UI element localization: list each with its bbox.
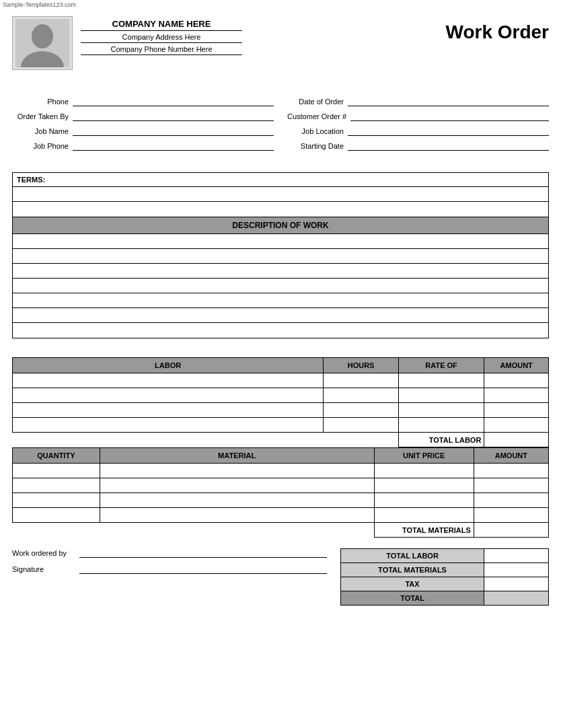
description-header: DESCRIPTION OF WORK xyxy=(12,217,549,234)
signature-input[interactable] xyxy=(79,565,327,574)
mat-qty-4[interactable] xyxy=(13,508,100,523)
watermark-text: Sample-Templates123.com xyxy=(0,0,561,9)
mat-col-unit: UNIT PRICE xyxy=(374,448,474,464)
labor-table: LABOR HOURS RATE OF AMOUNT xyxy=(12,357,549,447)
desc-row-2[interactable] xyxy=(13,249,548,264)
summary-section: Work ordered by Signature TOTAL LABOR TO… xyxy=(12,548,549,606)
work-order-title: Work Order xyxy=(445,16,549,43)
header-section: COMPANY NAME HERE Company Address Here C… xyxy=(12,9,549,77)
mat-amount-1[interactable] xyxy=(474,464,548,478)
date-of-order-input[interactable] xyxy=(348,97,549,106)
company-phone: Company Phone Number Here xyxy=(81,43,242,55)
form-left: Phone Order Taken By Job Name Job Phone xyxy=(12,97,274,156)
mat-qty-1[interactable] xyxy=(13,464,100,478)
date-of-order-row: Date of Order xyxy=(287,97,549,106)
labor-row-4[interactable] xyxy=(13,418,549,433)
date-of-order-label: Date of Order xyxy=(287,98,348,106)
mat-total-value[interactable] xyxy=(474,523,548,538)
mat-row-3[interactable] xyxy=(13,493,549,508)
customer-order-input[interactable] xyxy=(350,112,549,121)
labor-desc-1[interactable] xyxy=(13,373,324,388)
job-phone-row: Job Phone xyxy=(12,141,274,151)
mat-amount-2[interactable] xyxy=(474,478,548,493)
mat-unit-3[interactable] xyxy=(374,493,474,508)
mat-qty-3[interactable] xyxy=(13,493,100,508)
desc-row-3[interactable] xyxy=(13,264,548,279)
mat-amount-3[interactable] xyxy=(474,493,548,508)
company-name: COMPANY NAME HERE xyxy=(81,19,242,31)
labor-col-rate: RATE OF xyxy=(398,358,484,373)
summary-tax-value[interactable] xyxy=(484,577,549,591)
labor-rate-1[interactable] xyxy=(398,373,484,388)
mat-unit-4[interactable] xyxy=(374,508,474,523)
mat-amount-4[interactable] xyxy=(474,508,548,523)
labor-row-3[interactable] xyxy=(13,403,549,418)
work-ordered-input[interactable] xyxy=(79,548,327,558)
company-text: COMPANY NAME HERE Company Address Here C… xyxy=(81,16,242,55)
mat-unit-2[interactable] xyxy=(374,478,474,493)
labor-col-amount: AMOUNT xyxy=(484,358,549,373)
customer-order-label: Customer Order # xyxy=(287,112,350,120)
summary-materials-label: TOTAL MATERIALS xyxy=(341,563,484,577)
summary-total-row: TOTAL xyxy=(341,591,549,606)
form-fields: Phone Order Taken By Job Name Job Phone … xyxy=(12,97,549,156)
job-location-row: Job Location xyxy=(287,126,549,136)
desc-row-4[interactable] xyxy=(13,279,548,293)
labor-desc-4[interactable] xyxy=(13,418,324,433)
summary-materials-value[interactable] xyxy=(484,563,549,577)
labor-hours-3[interactable] xyxy=(324,403,399,418)
order-taken-label: Order Taken By xyxy=(12,112,73,120)
order-taken-input[interactable] xyxy=(73,112,274,121)
terms-row-2[interactable] xyxy=(13,202,548,217)
mat-row-2[interactable] xyxy=(13,478,549,493)
labor-amount-1[interactable] xyxy=(484,373,549,388)
mat-unit-1[interactable] xyxy=(374,464,474,478)
labor-total-value[interactable] xyxy=(484,433,549,447)
mat-qty-2[interactable] xyxy=(13,478,100,493)
mat-total-row: TOTAL MATERIALS xyxy=(13,523,549,538)
mat-desc-1[interactable] xyxy=(100,464,374,478)
summary-total-value[interactable] xyxy=(484,591,549,606)
phone-input[interactable] xyxy=(73,97,274,106)
desc-row-7[interactable] xyxy=(13,323,548,338)
labor-rate-2[interactable] xyxy=(398,388,484,403)
desc-row-5[interactable] xyxy=(13,293,548,308)
mat-col-amount: AMOUNT xyxy=(474,448,548,464)
labor-rate-4[interactable] xyxy=(398,418,484,433)
labor-amount-2[interactable] xyxy=(484,388,549,403)
mat-col-qty: QUANTITY xyxy=(13,448,100,464)
mat-total-label: TOTAL MATERIALS xyxy=(374,523,474,538)
labor-hours-1[interactable] xyxy=(324,373,399,388)
desc-row-6[interactable] xyxy=(13,308,548,323)
mat-row-4[interactable] xyxy=(13,508,549,523)
summary-total-label: TOTAL xyxy=(341,591,484,606)
terms-row-1[interactable] xyxy=(13,187,548,202)
labor-amount-4[interactable] xyxy=(484,418,549,433)
job-location-input[interactable] xyxy=(348,126,549,136)
labor-hours-4[interactable] xyxy=(324,418,399,433)
mat-desc-3[interactable] xyxy=(100,493,374,508)
mat-row-1[interactable] xyxy=(13,464,549,478)
labor-row-2[interactable] xyxy=(13,388,549,403)
labor-rate-3[interactable] xyxy=(398,403,484,418)
starting-date-input[interactable] xyxy=(348,141,549,151)
labor-amount-3[interactable] xyxy=(484,403,549,418)
work-ordered-label: Work ordered by xyxy=(12,549,79,557)
company-logo xyxy=(12,16,73,70)
labor-hours-2[interactable] xyxy=(324,388,399,403)
phone-label: Phone xyxy=(12,98,73,106)
desc-row-1[interactable] xyxy=(13,234,548,249)
labor-desc-2[interactable] xyxy=(13,388,324,403)
starting-date-row: Starting Date xyxy=(287,141,549,151)
mat-desc-2[interactable] xyxy=(100,478,374,493)
mat-col-material: MATERIAL xyxy=(100,448,374,464)
summary-labor-value[interactable] xyxy=(484,549,549,563)
mat-desc-4[interactable] xyxy=(100,508,374,523)
job-phone-input[interactable] xyxy=(73,141,274,151)
labor-desc-3[interactable] xyxy=(13,403,324,418)
labor-total-row: TOTAL LABOR xyxy=(13,433,549,447)
job-name-label: Job Name xyxy=(12,127,73,135)
labor-row-1[interactable] xyxy=(13,373,549,388)
labor-col-labor: LABOR xyxy=(13,358,324,373)
job-name-input[interactable] xyxy=(73,126,274,136)
